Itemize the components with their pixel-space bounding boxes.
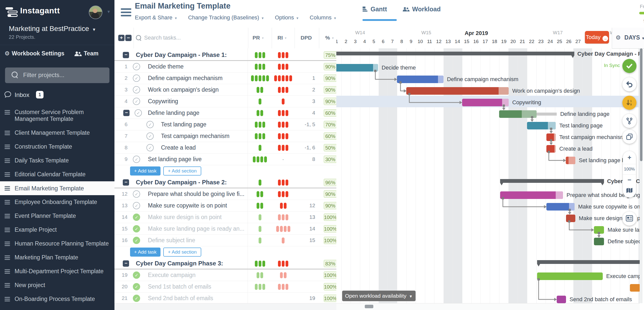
task-row[interactable]: 6✓Test landing page-1, 570% xyxy=(114,119,336,130)
user-avatar[interactable] xyxy=(89,6,102,19)
mini-bar xyxy=(286,261,288,267)
sort-button[interactable]: 19 xyxy=(622,96,636,110)
gantt-vertical-scrollbar[interactable] xyxy=(640,48,642,303)
dependencies-button[interactable] xyxy=(622,114,636,128)
menu-options[interactable]: Options xyxy=(275,14,298,21)
task-row[interactable]: 9✓Set landing page live-830% xyxy=(114,154,336,165)
task-row[interactable]: −✓Define landing page460% xyxy=(114,107,336,119)
task-row[interactable]: 7✓Test campaign mechanism60% xyxy=(114,130,336,142)
zoom-out-button[interactable]: − xyxy=(623,175,636,186)
task-checkbox[interactable]: ✓ xyxy=(133,156,140,163)
mini-bar xyxy=(284,272,287,278)
open-workload-button[interactable]: Open workload availability▼ xyxy=(342,291,416,301)
task-number: 20 xyxy=(114,284,128,290)
task-checkbox[interactable]: ✓ xyxy=(146,132,154,140)
add-section-button[interactable]: + Add section xyxy=(163,248,201,257)
task-checkbox[interactable]: ✓ xyxy=(133,283,140,290)
filter-projects-input[interactable]: Filter projects... xyxy=(5,67,109,83)
collapse-task-button[interactable]: − xyxy=(123,110,130,116)
search-tasks-input[interactable]: Search tasks... xyxy=(144,35,181,41)
task-checkbox[interactable]: ✓ xyxy=(133,98,140,105)
tab-workload[interactable]: Workload xyxy=(403,6,440,13)
task-checkbox[interactable]: ✓ xyxy=(133,86,140,93)
column-header-ri[interactable]: RI▼ xyxy=(277,35,287,41)
task-row[interactable]: 13✓Make sure copywite is on point1290% xyxy=(114,200,336,212)
collapse-section-button[interactable]: − xyxy=(123,179,129,186)
task-checkbox[interactable]: ✓ xyxy=(146,121,154,128)
task-checkbox[interactable]: ✓ xyxy=(133,237,140,244)
menu-columns[interactable]: Columns xyxy=(310,14,336,21)
menu-change-tracking-baselines-[interactable]: Change Tracking (Baselines) xyxy=(188,14,264,21)
section-row[interactable]: −Cyber Day Campaign - Phase 1:75% xyxy=(114,49,336,61)
expand-all-button[interactable]: + xyxy=(118,35,125,41)
task-row[interactable]: 12✓Prepare what should be going live fi.… xyxy=(114,188,336,200)
sidebar-project-item[interactable]: Employee Onboarding Template xyxy=(0,195,114,209)
sidebar-project-item[interactable]: Client Management Template xyxy=(0,126,114,140)
task-checkbox[interactable]: ✓ xyxy=(133,202,140,209)
task-row[interactable]: 2✓Define campaign mechanism190% xyxy=(114,73,336,84)
section-row[interactable]: −Cyber Day Campaign - Phase 2:96% xyxy=(114,177,336,188)
task-checkbox[interactable]: ✓ xyxy=(133,271,140,279)
sidebar-project-item[interactable]: Daily Tasks Template xyxy=(0,154,114,167)
task-row[interactable]: 19✓Execute campaign100% xyxy=(114,269,336,281)
task-row[interactable]: 3✓Work on campaign's design290% xyxy=(114,84,336,96)
avatar-chevron-down-icon[interactable]: ▼ xyxy=(107,10,111,14)
day-number: 1 xyxy=(336,39,341,44)
board-view-button[interactable] xyxy=(622,212,636,226)
sidebar-project-item[interactable]: New project xyxy=(0,278,114,292)
sidebar-project-item[interactable]: Example Project xyxy=(0,223,114,237)
section-row[interactable]: −Cyber Day Campaign Phase 3:83% xyxy=(114,258,336,269)
tab-gantt[interactable]: Gantt xyxy=(363,6,387,13)
task-checkbox[interactable]: ✓ xyxy=(133,214,140,221)
add-section-button[interactable]: + Add section xyxy=(163,166,201,176)
sidebar-project-item[interactable]: On-Boarding Process Template xyxy=(0,292,114,306)
sync-check-button[interactable] xyxy=(622,59,636,73)
workbook-settings-button[interactable]: ⚙Workbook Settings xyxy=(5,50,64,57)
collapse-section-button[interactable]: − xyxy=(123,52,129,58)
gantt-horizontal-scrollbar[interactable] xyxy=(336,303,640,310)
zoom-in-button[interactable]: + xyxy=(623,151,636,164)
task-row[interactable]: 8✓Create a lead-1, 650% xyxy=(114,142,336,154)
task-row[interactable]: 1✓Decide theme90% xyxy=(114,61,336,73)
column-header-pr[interactable]: PR▼ xyxy=(253,35,264,41)
task-checkbox[interactable]: ✓ xyxy=(133,190,140,198)
task-number: 6 xyxy=(114,121,128,127)
sidebar-project-item[interactable]: Marketing Plan Template xyxy=(0,251,114,264)
task-checkbox[interactable]: ✓ xyxy=(146,144,154,151)
sidebar-project-item[interactable]: Editorial Calendar Template xyxy=(0,167,114,181)
add-task-button[interactable]: + Add task xyxy=(130,248,160,257)
sidebar-project-item[interactable]: Customer Service Problem Management Temp… xyxy=(0,105,114,126)
collapse-all-button[interactable]: − xyxy=(125,35,132,41)
hamburger-menu-icon[interactable] xyxy=(121,8,131,17)
column-header-pct[interactable]: %▼ xyxy=(325,35,334,41)
sidebar-project-item[interactable]: Human Resource Planning Template xyxy=(0,237,114,251)
workspace-switcher[interactable]: Marketing at BestPractice▼ xyxy=(9,25,96,33)
undo-button[interactable] xyxy=(622,77,636,91)
sidebar-project-item[interactable]: Construction Template xyxy=(0,140,114,154)
task-row[interactable]: 4✓Copywriting390% xyxy=(114,96,336,107)
team-button[interactable]: Team xyxy=(74,50,98,57)
task-checkbox[interactable]: ✓ xyxy=(133,225,140,232)
today-button[interactable]: Today→ xyxy=(585,31,609,44)
task-row[interactable]: 20✓Send 1st batch of emails100% xyxy=(114,281,336,293)
task-checkbox[interactable]: ✓ xyxy=(133,63,140,70)
add-task-button[interactable]: + Add task xyxy=(130,166,160,176)
sidebar-project-item[interactable]: Multi-Department Project Template xyxy=(0,264,114,278)
menu-export-share[interactable]: Export & Share xyxy=(135,14,177,21)
sidebar-project-item[interactable]: Event Planner Template xyxy=(0,209,114,223)
task-row[interactable]: 15✓Make sure landing page is ready an...… xyxy=(114,223,336,235)
minimap-button[interactable] xyxy=(623,186,636,197)
task-row[interactable]: 14✓Make sure design is on point13100% xyxy=(114,212,336,223)
task-checkbox[interactable]: ✓ xyxy=(133,295,140,302)
column-header-dpd[interactable]: DPD xyxy=(301,35,312,41)
task-row[interactable]: 21✓Send 2nd batch of emails19100% xyxy=(114,293,336,303)
sidebar-item-inbox[interactable]: Inbox 1 xyxy=(0,89,114,102)
task-row[interactable]: 16✓Define subject line15100% xyxy=(114,235,336,246)
sidebar-project-item[interactable]: Email Marketing Template xyxy=(0,181,114,195)
collapse-section-button[interactable]: − xyxy=(123,260,129,267)
duplicate-button[interactable] xyxy=(622,130,636,144)
day-number: 13 xyxy=(444,39,453,44)
task-checkbox[interactable]: ✓ xyxy=(135,109,142,117)
task-checkbox[interactable]: ✓ xyxy=(133,75,140,82)
timescale-dropdown[interactable]: ⚙ DAYS▼ xyxy=(616,34,644,41)
